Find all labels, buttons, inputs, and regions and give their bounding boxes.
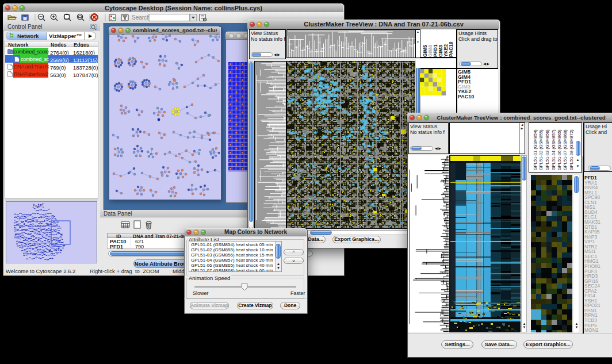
svg-text:Search:: Search: xyxy=(132,14,151,21)
